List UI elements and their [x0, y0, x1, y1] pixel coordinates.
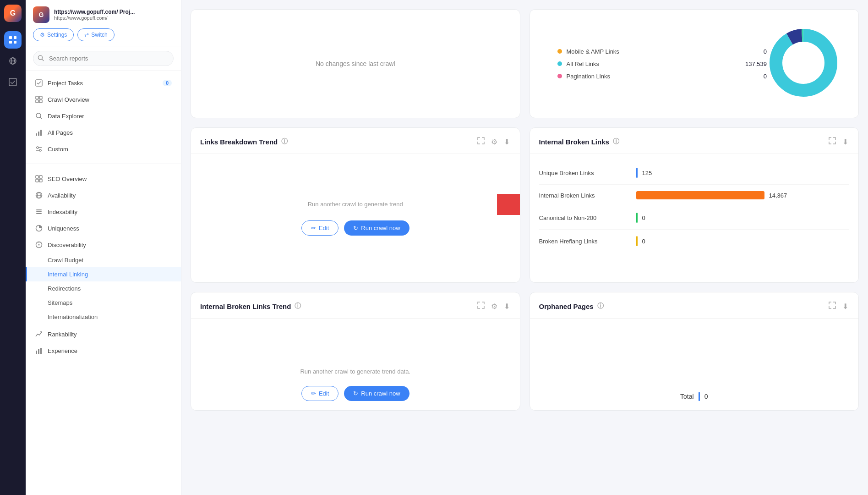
nav-section-main: Project Tasks 0 Crawl Overview Data Expl… — [26, 71, 181, 161]
sidebar-item-discoverability[interactable]: Discoverability — [26, 236, 181, 253]
custom-label: Custom — [48, 146, 68, 153]
seo-overview-icon — [35, 175, 43, 183]
internal-broken-links-card: Internal Broken Links ⓘ ⬇ Unique Broken … — [530, 127, 859, 283]
sidebar-item-availability[interactable]: Availability — [26, 187, 181, 204]
search-icon — [38, 55, 44, 62]
internationalization-label: Internationalization — [48, 314, 98, 320]
svg-rect-19 — [40, 130, 42, 136]
indexability-icon — [35, 208, 43, 216]
sidebar-item-custom[interactable]: Custom — [26, 141, 181, 157]
metric-bar-internal — [636, 191, 764, 199]
sidebar-subitem-redirections[interactable]: Redirections — [26, 281, 181, 296]
internal-broken-links-header: Internal Broken Links ⓘ ⬇ — [530, 128, 859, 154]
links-breakdown-settings-icon[interactable]: ⚙ — [490, 137, 498, 147]
edit-pencil-icon: ✏ — [311, 225, 316, 231]
metric-row-hreflang: Broken Hreflang Links 0 — [539, 230, 850, 253]
content-grid: No changes since last crawl Mobile & AMP… — [181, 0, 868, 420]
internal-broken-links-download-icon[interactable]: ⬇ — [841, 137, 849, 147]
availability-icon — [35, 191, 43, 199]
links-breakdown-crawl-button[interactable]: ↻ Run crawl now — [344, 220, 409, 236]
svg-rect-25 — [39, 176, 42, 178]
links-breakdown-info-icon[interactable]: ⓘ — [281, 138, 288, 146]
links-breakdown-download-icon[interactable]: ⬇ — [503, 137, 511, 147]
metric-value-canonical: 0 — [642, 214, 645, 221]
links-breakdown-edit-button[interactable]: ✏ Edit — [301, 220, 338, 236]
sidebar-item-rankability[interactable]: Rankability — [26, 326, 181, 342]
ibl-trend-info-icon[interactable]: ⓘ — [295, 302, 301, 310]
sidebar-subitem-sitemaps[interactable]: Sitemaps — [26, 296, 181, 310]
svg-rect-2 — [9, 41, 12, 44]
links-breakdown-trend-title: Links Breakdown Trend ⓘ — [200, 138, 288, 146]
ibl-trend-settings-icon[interactable]: ⚙ — [490, 301, 498, 312]
svg-rect-11 — [36, 96, 38, 99]
ibl-trend-expand-icon[interactable] — [476, 301, 486, 312]
sidebar-item-seo-overview[interactable]: SEO Overview — [26, 170, 181, 187]
ibl-trend-download-icon[interactable]: ⬇ — [503, 301, 511, 312]
orphaned-pages-title-text: Orphaned Pages — [539, 302, 594, 310]
orphaned-pages-info-icon[interactable]: ⓘ — [597, 302, 604, 310]
links-breakdown-actions: ⚙ ⬇ — [476, 136, 511, 147]
switch-icon: ⇄ — [84, 32, 89, 38]
orphaned-total-line — [699, 392, 700, 401]
main-content: No changes since last crawl Mobile & AMP… — [181, 0, 868, 495]
links-breakdown-crawl-label: Run crawl now — [361, 225, 400, 231]
ibl-trend-edit-button[interactable]: ✏ Edit — [301, 386, 338, 401]
legend-value-allrel: 137,539 — [745, 60, 767, 67]
switch-button[interactable]: ⇄ Switch — [77, 28, 114, 41]
metric-bar-wrap-unique: 125 — [636, 168, 850, 178]
svg-rect-1 — [14, 36, 16, 39]
sidebar-subitem-internal-linking[interactable]: Internal Linking — [26, 267, 181, 281]
icon-strip: G — [0, 0, 26, 495]
svg-rect-12 — [39, 96, 42, 99]
nav-icon-globe[interactable] — [4, 52, 22, 70]
sidebar-subitem-internationalization[interactable]: Internationalization — [26, 310, 181, 324]
sidebar-subitem-crawl-budget[interactable]: Crawl Budget — [26, 253, 181, 267]
settings-button[interactable]: ⚙ Settings — [33, 28, 74, 41]
orphaned-pages-expand-icon[interactable] — [828, 301, 837, 312]
internal-broken-links-expand-icon[interactable] — [828, 136, 837, 147]
links-breakdown-expand-icon[interactable] — [476, 136, 486, 147]
nav-icon-check[interactable] — [4, 73, 22, 91]
site-url-sub: https://www.gopuff.com/ — [54, 15, 135, 21]
orphaned-pages-download-icon[interactable]: ⬇ — [841, 301, 849, 312]
svg-rect-7 — [9, 78, 16, 86]
metric-bar-wrap-internal: 14,367 — [636, 191, 850, 199]
svg-point-44 — [783, 43, 824, 83]
discoverability-label: Discoverability — [48, 242, 86, 248]
ibl-trend-crawl-button[interactable]: ↻ Run crawl now — [344, 386, 409, 401]
internal-broken-links-title-text: Internal Broken Links — [539, 138, 609, 146]
search-box — [26, 46, 181, 71]
links-breakdown-trend-card: Links Breakdown Trend ⓘ ⚙ ⬇ Run another … — [191, 127, 520, 283]
site-info: G https://www.gopuff.com/ Proj... https:… — [33, 6, 174, 23]
metric-line-hreflang — [636, 236, 638, 246]
internal-broken-links-info-icon[interactable]: ⓘ — [613, 138, 619, 146]
svg-line-16 — [40, 117, 42, 119]
sidebar-item-all-pages[interactable]: All Pages — [26, 124, 181, 141]
app-logo: G — [4, 5, 22, 22]
svg-rect-32 — [36, 211, 42, 212]
metric-bar-wrap-hreflang: 0 — [636, 236, 850, 246]
internal-broken-links-actions: ⬇ — [828, 136, 849, 147]
search-input[interactable] — [33, 51, 174, 66]
ibl-refresh-icon: ↻ — [353, 390, 358, 397]
internal-broken-links-trend-card: Internal Broken Links Trend ⓘ ⚙ ⬇ Run an… — [191, 292, 520, 411]
orphaned-total-label: Total — [680, 393, 694, 400]
nav-icon-main[interactable] — [4, 31, 22, 49]
sidebar-item-indexability[interactable]: Indexability — [26, 204, 181, 220]
sidebar-item-experience[interactable]: Experience — [26, 342, 181, 359]
legend-label-mobile: Mobile & AMP Links — [567, 48, 619, 55]
project-tasks-icon — [35, 79, 43, 87]
crawl-overview-label: Crawl Overview — [48, 96, 89, 103]
svg-rect-31 — [36, 209, 42, 210]
svg-rect-13 — [36, 100, 38, 103]
gear-icon: ⚙ — [40, 32, 45, 38]
sidebar-item-data-explorer[interactable]: Data Explorer — [26, 108, 181, 124]
sidebar-item-project-tasks[interactable]: Project Tasks 0 — [26, 75, 181, 91]
links-breakdown-trend-message: Run another crawl to generate trend — [308, 201, 403, 208]
internal-broken-links-body: Unique Broken Links 125 Internal Broken … — [530, 154, 859, 260]
sidebar-item-uniqueness[interactable]: Uniqueness — [26, 220, 181, 236]
legend-dot-allrel — [557, 61, 562, 66]
sidebar-item-crawl-overview[interactable]: Crawl Overview — [26, 91, 181, 108]
sitemaps-label: Sitemaps — [48, 299, 72, 306]
legend-dot-pagination — [557, 74, 562, 78]
